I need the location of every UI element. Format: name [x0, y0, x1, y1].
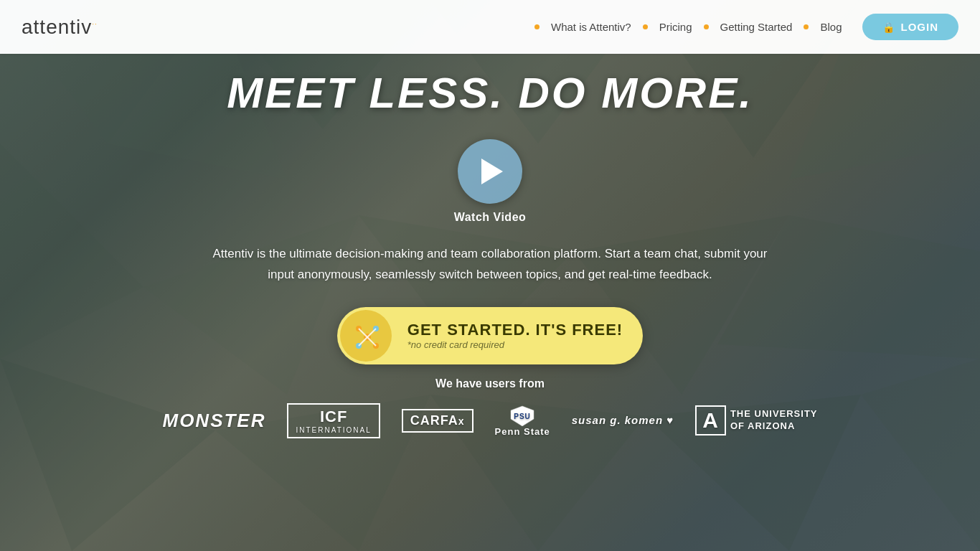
- brand-carfax: CARFAx: [402, 409, 473, 433]
- lock-icon: 🔒: [882, 22, 895, 33]
- nav-dot: [804, 24, 809, 29]
- network-icon: [352, 321, 380, 350]
- brand-arizona: A THE UNIVERSITYOF ARIZONA: [695, 405, 817, 435]
- komen-label: susan g. komen ♥: [572, 414, 674, 426]
- users-from-label: We have users from: [435, 377, 545, 390]
- hero-section: attentiv·· What is Attentiv? Pricing Get…: [0, 0, 980, 551]
- nav-link-getting-started[interactable]: Getting Started: [715, 21, 798, 33]
- arizona-text: THE UNIVERSITYOF ARIZONA: [730, 408, 818, 433]
- login-button[interactable]: 🔒 LOGIN: [862, 14, 959, 40]
- nav-link-blog[interactable]: Blog: [814, 21, 847, 33]
- svg-line-23: [359, 337, 367, 346]
- hero-title: MEET LESS. DO MORE.: [227, 68, 753, 118]
- logo: attentiv··: [22, 16, 98, 39]
- play-icon: [481, 159, 503, 184]
- icf-sub: INTERNATIONAL: [296, 426, 371, 434]
- nav-item-blog: Blog: [804, 21, 847, 33]
- nav-dot: [643, 24, 648, 29]
- nav-link-pricing[interactable]: Pricing: [654, 21, 698, 33]
- svg-line-24: [367, 337, 376, 346]
- icf-main: ICF: [320, 408, 347, 426]
- cta-main-text: GET STARTED. IT'S FREE!: [407, 321, 623, 339]
- nav-item-getting-started: Getting Started: [704, 21, 798, 33]
- nav-links: What is Attentiv? Pricing Getting Starte…: [534, 21, 848, 33]
- nav-item-what: What is Attentiv?: [534, 21, 637, 33]
- cta-icon-circle: [340, 310, 392, 362]
- login-label: LOGIN: [901, 21, 939, 33]
- cta-text-wrap: GET STARTED. IT'S FREE! *no credit card …: [395, 321, 643, 350]
- navbar: attentiv·· What is Attentiv? Pricing Get…: [0, 0, 980, 54]
- hero-description: Attentiv is the ultimate decision-making…: [210, 244, 770, 286]
- svg-line-21: [359, 329, 367, 337]
- brand-komen: susan g. komen ♥: [572, 414, 674, 427]
- nav-link-what[interactable]: What is Attentiv?: [545, 21, 637, 33]
- nav-dot: [704, 24, 709, 29]
- brand-icf: ICF INTERNATIONAL: [287, 403, 380, 438]
- brand-logos: MONSTER ICF INTERNATIONAL CARFAx PSU Pen…: [162, 403, 817, 438]
- video-button-wrap: Watch Video: [454, 139, 527, 224]
- brand-monster: MONSTER: [162, 410, 265, 432]
- nav-dot: [534, 24, 540, 29]
- logo-text: attentiv: [22, 16, 92, 38]
- svg-line-22: [367, 329, 376, 337]
- hero-content: MEET LESS. DO MORE. Watch Video Attentiv…: [0, 68, 980, 438]
- carfax-label: CARFAx: [410, 413, 465, 428]
- nav-item-pricing: Pricing: [643, 21, 698, 33]
- svg-text:PSU: PSU: [514, 413, 531, 420]
- play-video-button[interactable]: [458, 139, 522, 204]
- cta-sub-text: *no credit card required: [407, 339, 504, 350]
- watch-video-label: Watch Video: [454, 211, 527, 224]
- brand-pennstate: PSU Penn State: [495, 405, 550, 437]
- pennstate-label: Penn State: [495, 426, 550, 437]
- cta-get-started-button[interactable]: GET STARTED. IT'S FREE! *no credit card …: [337, 307, 643, 364]
- pennstate-shield-icon: PSU: [508, 405, 537, 426]
- arizona-letter-icon: A: [695, 405, 726, 435]
